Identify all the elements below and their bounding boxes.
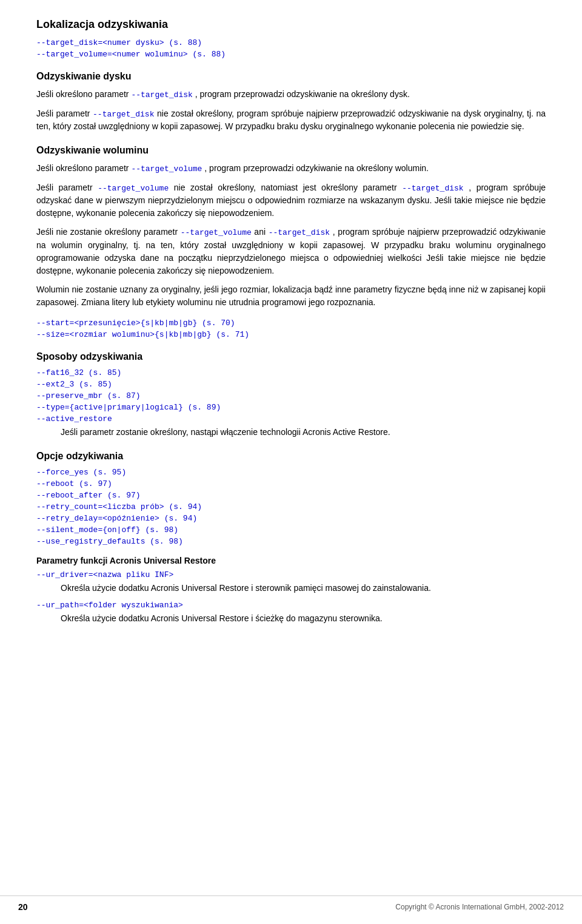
size-code: --size=<rozmiar woluminu>{s|kb|mb|gb} (s… (36, 330, 546, 339)
disk-recovery-section: Odzyskiwanie dysku Jeśli określono param… (36, 71, 546, 133)
active-restore-code: --active_restore (36, 414, 546, 423)
target-volume-intro-code: --target_volume=<numer woluminu> (s. 88) (36, 50, 546, 59)
page-number: 20 (18, 902, 28, 912)
active-restore-desc: Jeśli parametr zostanie określony, nastą… (61, 426, 546, 439)
volume-recovery-p3: Jeśli nie zostanie określony parametr --… (36, 226, 546, 277)
recovery-methods-title: Sposoby odzyskiwania (36, 351, 546, 362)
target-disk-code-1: --target_disk (131, 90, 192, 99)
universal-restore-section: Parametry funkcji Acronis Universal Rest… (36, 556, 546, 625)
volume-recovery-section: Odzyskiwanie woluminu Jeśli określono pa… (36, 145, 546, 309)
page: Lokalizacja odzyskiwania --target_disk=<… (0, 0, 582, 924)
ur-driver-desc-block: Określa użycie dodatku Acronis Universal… (61, 582, 546, 595)
ext2-code: --ext2_3 (s. 85) (36, 380, 546, 389)
universal-restore-title: Parametry funkcji Acronis Universal Rest… (36, 556, 546, 565)
volume-recognition-p: Wolumin nie zostanie uznany za oryginaln… (36, 283, 546, 309)
intro-section: --target_disk=<numer dysku> (s. 88) --ta… (36, 38, 546, 59)
ur-driver-code: --ur_driver=<nazwa pliku INF> (36, 570, 546, 579)
target-disk-code-4: --target_disk (269, 228, 330, 237)
target-disk-code-2: --target_disk (93, 110, 154, 119)
retry-count-code: --retry_count=<liczba prób> (s. 94) (36, 502, 546, 511)
ur-driver-desc: Określa użycie dodatku Acronis Universal… (61, 582, 546, 595)
type-code: --type={active|primary|logical} (s. 89) (36, 403, 546, 412)
disk-recovery-p1: Jeśli określono parametr --target_disk ,… (36, 88, 546, 101)
recovery-options-title: Opcje odzykiwania (36, 451, 546, 462)
preserve-mbr-code: --preserve_mbr (s. 87) (36, 391, 546, 400)
volume-recovery-p1: Jeśli określono parametr --target_volume… (36, 162, 546, 175)
reboot-after-code: --reboot_after (s. 97) (36, 491, 546, 500)
disk-recovery-p2: Jeśli parametr --target_disk nie został … (36, 107, 546, 133)
ur-path-desc-block: Określa użycie dodatku Acronis Universal… (61, 612, 546, 625)
reboot-code: --reboot (s. 97) (36, 479, 546, 488)
ur-path-desc: Określa użycie dodatku Acronis Universal… (61, 612, 546, 625)
target-volume-code-2: --target_volume (98, 184, 169, 193)
force-yes-code: --force_yes (s. 95) (36, 468, 546, 477)
page-footer: 20 Copyright © Acronis International Gmb… (0, 895, 582, 912)
disk-recovery-title: Odzyskiwanie dysku (36, 71, 546, 82)
volume-recovery-title: Odzyskiwanie woluminu (36, 145, 546, 156)
fat16-code: --fat16_32 (s. 85) (36, 368, 546, 377)
silent-mode-code: --silent_mode={on|off} (s. 98) (36, 525, 546, 535)
ur-path-code: --ur_path=<folder wyszukiwania> (36, 601, 546, 610)
recovery-options-section: Opcje odzykiwania --force_yes (s. 95) --… (36, 451, 546, 546)
target-disk-intro-code: --target_disk=<numer dysku> (s. 88) (36, 38, 546, 47)
start-size-section: --start=<przesunięcie>{s|kb|mb|gb} (s. 7… (36, 319, 546, 339)
page-title: Lokalizacja odzyskiwania (36, 18, 546, 31)
retry-delay-code: --retry_delay=<opóźnienie> (s. 94) (36, 514, 546, 523)
target-volume-code-1: --target_volume (131, 164, 202, 174)
start-code: --start=<przesunięcie>{s|kb|mb|gb} (s. 7… (36, 319, 546, 328)
volume-recovery-p2: Jeśli parametr --target_volume nie zosta… (36, 181, 546, 220)
use-registry-code: --use_registry_defaults (s. 98) (36, 537, 546, 546)
target-volume-code-3: --target_volume (181, 228, 252, 237)
recovery-methods-section: Sposoby odzyskiwania --fat16_32 (s. 85) … (36, 351, 546, 439)
copyright: Copyright © Acronis International GmbH, … (395, 903, 564, 911)
target-disk-code-3: --target_disk (402, 184, 463, 193)
active-restore-desc-block: Jeśli parametr zostanie określony, nastą… (61, 426, 546, 439)
